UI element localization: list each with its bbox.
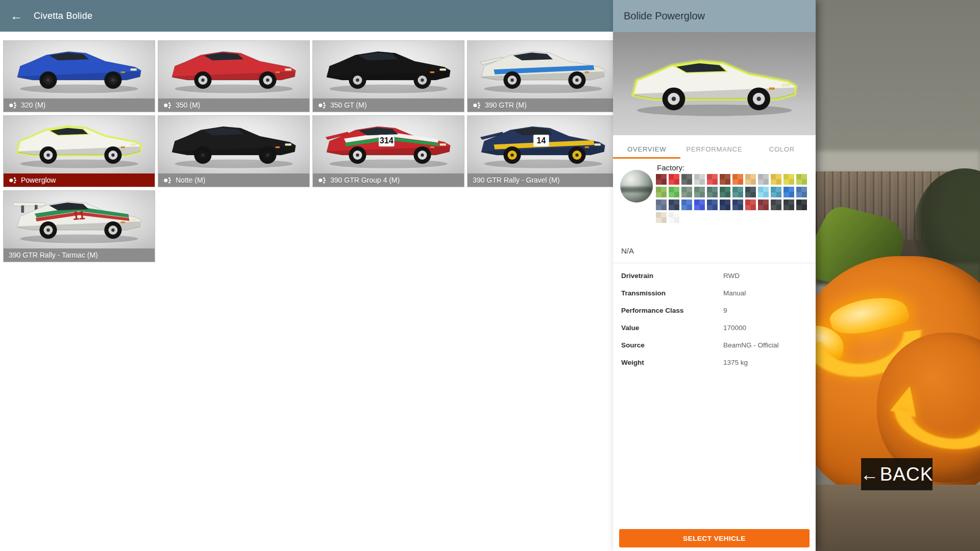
- factory-colors-section: Factory:: [613, 159, 816, 223]
- vehicle-description: N/A: [621, 246, 807, 255]
- vehicle-tile-390-gtr-rally-gravel-m[interactable]: 14390 GTR Rally - Gravel (M): [468, 116, 619, 187]
- factory-color-swatch-4[interactable]: [694, 174, 705, 185]
- spec-value: BeamNG - Official: [723, 341, 779, 349]
- spec-label: Drivetrain: [621, 272, 723, 280]
- official-content-icon: [163, 177, 172, 184]
- game-background-scene: ←BACK: [816, 0, 980, 551]
- spec-row-source: SourceBeamNG - Official: [621, 336, 807, 354]
- factory-color-swatch-16[interactable]: [694, 187, 705, 197]
- vehicle-tile-390-gtr-m[interactable]: 390 GTR (M): [468, 41, 619, 112]
- factory-color-swatch-7[interactable]: [732, 174, 743, 185]
- vehicle-thumbnail: [4, 41, 155, 98]
- vehicle-tile-350-gt-m[interactable]: 350 GT (M): [313, 41, 464, 112]
- factory-color-swatch-35[interactable]: [783, 199, 794, 210]
- official-content-icon: [9, 177, 17, 184]
- back-arrow-icon: ←: [861, 464, 879, 485]
- tab-color[interactable]: COLOR: [748, 142, 816, 159]
- spec-value: 170000: [723, 324, 746, 332]
- vehicle-grid: 320 (M)350 (M)350 GT (M)390 GTR (M)Power…: [4, 41, 612, 262]
- header-back-icon[interactable]: ←: [10, 10, 22, 22]
- spec-row-weight: Weight1375 kg: [621, 354, 807, 371]
- factory-color-swatch-13[interactable]: [656, 187, 667, 197]
- factory-color-swatch-33[interactable]: [758, 199, 769, 210]
- factory-color-swatch-37[interactable]: [656, 212, 667, 223]
- factory-color-swatch-29[interactable]: [707, 199, 718, 210]
- dirt-ground: [816, 485, 980, 551]
- factory-color-swatch-31[interactable]: [732, 199, 743, 210]
- top-header-bar: ← Civetta Bolide: [0, 0, 613, 32]
- divider: [613, 263, 816, 263]
- factory-color-swatch-2[interactable]: [669, 174, 679, 185]
- factory-color-swatch-8[interactable]: [745, 174, 756, 185]
- vehicle-tile-label: 350 (M): [158, 98, 309, 112]
- vehicle-thumbnail: 14: [468, 116, 619, 173]
- vehicle-tile-label: 350 GT (M): [313, 98, 464, 112]
- vehicle-tile-390-gtr-group-4-m[interactable]: 314390 GTR Group 4 (M): [313, 116, 464, 187]
- factory-color-swatch-21[interactable]: [758, 187, 769, 197]
- vehicle-thumbnail: [468, 41, 619, 98]
- factory-color-swatch-38[interactable]: [669, 212, 679, 223]
- spec-value: 9: [723, 307, 727, 314]
- spec-row-value: Value170000: [621, 319, 807, 336]
- back-button-label: BACK: [880, 464, 934, 485]
- official-content-icon: [9, 102, 17, 109]
- panel-title-bar: Bolide Powerglow: [613, 0, 816, 32]
- factory-color-swatch-32[interactable]: [745, 199, 756, 210]
- factory-color-swatch-34[interactable]: [771, 199, 781, 210]
- vehicle-tile-320-m[interactable]: 320 (M): [4, 41, 155, 112]
- factory-color-swatch-20[interactable]: [745, 187, 756, 197]
- spec-label: Performance Class: [621, 307, 723, 314]
- factory-color-swatch-18[interactable]: [720, 187, 730, 197]
- vehicle-thumbnail: 11: [4, 191, 155, 248]
- spec-value: 1375 kg: [723, 359, 748, 366]
- svg-text:11: 11: [72, 209, 86, 223]
- factory-color-swatch-25[interactable]: [656, 199, 667, 210]
- vehicle-tile-label: 390 GTR (M): [468, 98, 619, 112]
- svg-text:14: 14: [536, 136, 546, 145]
- factory-color-swatch-27[interactable]: [681, 199, 692, 210]
- back-button[interactable]: ←BACK: [861, 458, 933, 490]
- vehicle-tile-notte-m[interactable]: Notte (M): [158, 116, 309, 187]
- vehicle-thumbnail: [4, 116, 155, 173]
- factory-color-swatch-10[interactable]: [771, 174, 781, 185]
- detail-tabs: OVERVIEWPERFORMANCECOLOR: [613, 142, 816, 159]
- vehicle-tile-label: 320 (M): [4, 98, 155, 112]
- factory-color-swatch-36[interactable]: [796, 199, 807, 210]
- tab-performance[interactable]: PERFORMANCE: [680, 142, 748, 159]
- factory-color-swatch-22[interactable]: [771, 187, 781, 197]
- factory-color-swatch-6[interactable]: [720, 174, 730, 185]
- factory-color-swatch-30[interactable]: [720, 199, 730, 210]
- vehicle-tile-label: 390 GTR Rally - Gravel (M): [468, 173, 619, 187]
- factory-color-swatch-9[interactable]: [758, 174, 769, 185]
- factory-color-swatch-24[interactable]: [796, 187, 807, 197]
- paint-preview-sphere: [620, 170, 653, 203]
- factory-color-swatch-14[interactable]: [669, 187, 679, 197]
- factory-color-swatch-15[interactable]: [681, 187, 692, 197]
- factory-color-swatch-26[interactable]: [669, 199, 679, 210]
- factory-color-swatch-3[interactable]: [681, 174, 692, 185]
- tab-overview[interactable]: OVERVIEW: [613, 142, 680, 159]
- factory-color-swatch-17[interactable]: [707, 187, 718, 197]
- svg-text:314: 314: [380, 136, 394, 145]
- vehicle-tile-350-m[interactable]: 350 (M): [158, 41, 309, 112]
- vehicle-detail-panel: Bolide Powerglow OVERVIEWPERFORMANCECOLO…: [613, 0, 816, 551]
- factory-label: Factory:: [657, 163, 810, 172]
- factory-color-swatch-19[interactable]: [732, 187, 743, 197]
- factory-color-swatch-5[interactable]: [707, 174, 718, 185]
- official-content-icon: [318, 177, 326, 184]
- spec-value: RWD: [723, 272, 740, 280]
- spec-label: Transmission: [621, 289, 723, 297]
- spec-table: DrivetrainRWDTransmissionManualPerforman…: [621, 267, 807, 371]
- factory-color-swatch-28[interactable]: [694, 199, 705, 210]
- vehicle-thumbnail: [158, 41, 309, 98]
- vehicle-tile-powerglow[interactable]: Powerglow: [4, 116, 155, 187]
- factory-color-swatch-12[interactable]: [796, 174, 807, 185]
- select-vehicle-button[interactable]: SELECT VEHICLE: [619, 529, 810, 547]
- vehicle-tile-390-gtr-rally-tarmac-m[interactable]: 11390 GTR Rally - Tarmac (M): [4, 191, 155, 262]
- factory-color-swatch-23[interactable]: [783, 187, 794, 197]
- spec-row-drivetrain: DrivetrainRWD: [621, 267, 807, 284]
- factory-color-swatches: [656, 174, 810, 223]
- factory-color-swatch-11[interactable]: [783, 174, 794, 185]
- factory-color-swatch-1[interactable]: [656, 174, 667, 185]
- spec-row-performance-class: Performance Class9: [621, 302, 807, 319]
